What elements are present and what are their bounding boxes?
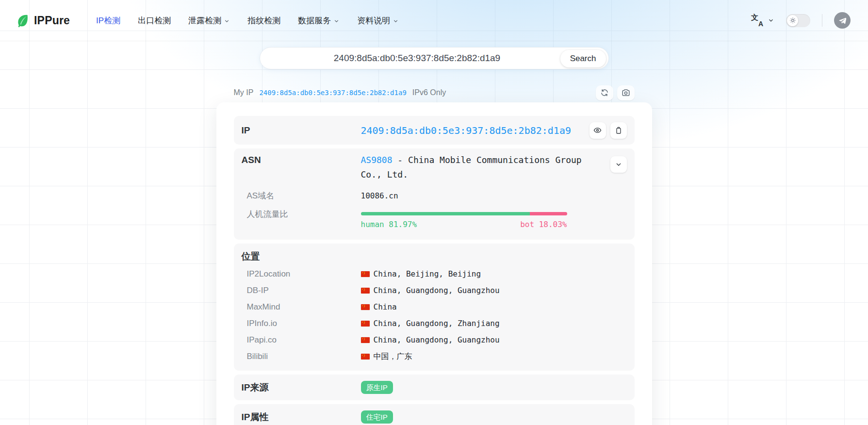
search-bar: Search [260, 47, 609, 69]
location-value: China, Guangdong, Guangzhou [374, 283, 500, 298]
native-ip-badge: 原生IP [361, 381, 393, 394]
search-input[interactable] [260, 48, 608, 69]
traffic-ratio-label: 人机流量比 [247, 207, 361, 222]
ip-attribute-label: IP属性 [242, 411, 361, 424]
copy-icon [615, 127, 622, 134]
nav-item-docs[interactable]: 资料说明 [350, 10, 406, 31]
ip-info-card: IP 2409:8d5a:db0:5e3:937:8d5e:2b82:d1a9 [216, 102, 652, 425]
location-value: China, Guangdong, Guangzhou [374, 333, 500, 347]
location-value: China [374, 300, 397, 314]
ip-version-tag: IPv6 Only [412, 88, 446, 97]
ip-value: 2409:8d5a:db0:5e3:937:8d5e:2b82:d1a9 [361, 125, 571, 136]
provider-label: Bilibili [247, 349, 361, 364]
asn-section: ASN AS9808 - China Mobile Communications… [234, 148, 635, 240]
location-row: IP2Location China, Beijing, Beijing [242, 267, 627, 281]
refresh-icon [600, 88, 609, 97]
location-title: 位置 [242, 249, 361, 264]
location-row: IPapi.co China, Guangdong, Guangzhou [242, 333, 627, 347]
asn-label: ASN [242, 153, 361, 167]
brand-name: IPPure [34, 14, 70, 27]
asn-org-name: - China Mobile Communications Group Co.,… [361, 155, 582, 180]
hide-ip-button[interactable] [590, 122, 606, 139]
ip-row: IP 2409:8d5a:db0:5e3:937:8d5e:2b82:d1a9 [234, 116, 635, 145]
ip-source-row: IP来源 原生IP [234, 375, 635, 400]
provider-label: DB-IP [247, 283, 361, 298]
location-value: China, Beijing, Beijing [374, 267, 481, 281]
chevron-down-icon [768, 17, 774, 24]
camera-icon [622, 88, 630, 97]
location-section: 位置 IP2Location China, Beijing, Beijing D… [234, 244, 635, 371]
translate-icon: 文 A [751, 14, 764, 27]
nav-item-data-service[interactable]: 数据服务 [291, 10, 346, 31]
bot-bar [530, 212, 567, 215]
nav-item-exit-check[interactable]: 出口检测 [131, 10, 178, 31]
leaf-logo-icon [15, 13, 30, 28]
location-row: Bilibili 中国，广东 [242, 349, 627, 364]
telegram-icon [838, 16, 847, 25]
navbar: IPPure IP检测 出口检测 泄露检测 指纹检测 数据服务 [0, 0, 868, 41]
location-row: MaxMind China [242, 300, 627, 314]
human-bar [361, 212, 530, 215]
screenshot-button[interactable] [617, 85, 635, 100]
human-percent: human 81.97% [361, 217, 417, 232]
theme-toggle[interactable] [786, 14, 810, 27]
as-domain-label: AS域名 [247, 189, 361, 203]
provider-label: IPapi.co [247, 333, 361, 347]
as-domain-row: AS域名 10086.cn [242, 189, 627, 203]
residential-ip-badge: 住宅IP [361, 410, 393, 424]
asn-number-link[interactable]: AS9808 [361, 155, 393, 165]
main-nav: IP检测 出口检测 泄露检测 指纹检测 数据服务 资料说明 [89, 10, 406, 31]
china-flag-icon [361, 354, 370, 360]
location-row: DB-IP China, Guangdong, Guangzhou [242, 283, 627, 298]
china-flag-icon [361, 304, 370, 310]
telegram-button[interactable] [834, 12, 851, 29]
china-flag-icon [361, 271, 370, 277]
chevron-down-icon [333, 18, 340, 24]
ip-attribute-row: IP属性 住宅IP [234, 404, 635, 425]
divider [822, 14, 822, 27]
china-flag-icon [361, 321, 370, 327]
language-switcher[interactable]: 文 A [751, 14, 774, 27]
chevron-down-icon [615, 161, 622, 168]
ip-source-label: IP来源 [242, 381, 361, 394]
copy-ip-button[interactable] [610, 122, 627, 139]
human-bot-ratio: human 81.97% bot 18.03% [361, 207, 567, 232]
nav-item-leak-check[interactable]: 泄露检测 [181, 10, 237, 31]
my-ip-label: My IP [234, 88, 254, 97]
brand-logo[interactable]: IPPure [15, 13, 70, 28]
provider-label: IPInfo.io [247, 316, 361, 331]
nav-item-fingerprint-check[interactable]: 指纹检测 [241, 10, 287, 31]
china-flag-icon [361, 337, 370, 343]
eye-icon [593, 126, 602, 134]
provider-label: IP2Location [247, 267, 361, 281]
bot-percent: bot 18.03% [520, 217, 567, 232]
chevron-down-icon [224, 18, 230, 24]
my-ip-value[interactable]: 2409:8d5a:db0:5e3:937:8d5e:2b82:d1a9 [259, 89, 406, 97]
as-domain-value: 10086.cn [361, 189, 398, 203]
china-flag-icon [361, 288, 370, 294]
search-button[interactable]: Search [560, 50, 606, 67]
location-value: 中国，广东 [374, 349, 412, 364]
location-value: China, Guangdong, Zhanjiang [374, 316, 500, 331]
ip-label: IP [242, 125, 361, 136]
provider-label: MaxMind [247, 300, 361, 314]
refresh-button[interactable] [596, 85, 613, 100]
location-row: IPInfo.io China, Guangdong, Zhanjiang [242, 316, 627, 331]
nav-item-ip-check[interactable]: IP检测 [89, 10, 127, 31]
my-ip-row: My IP 2409:8d5a:db0:5e3:937:8d5e:2b82:d1… [216, 84, 652, 101]
sun-icon [787, 15, 798, 26]
chevron-down-icon [393, 18, 399, 24]
traffic-ratio-row: 人机流量比 human 81.97% bot 18.03% [242, 207, 627, 232]
asn-expand-button[interactable] [610, 156, 627, 173]
